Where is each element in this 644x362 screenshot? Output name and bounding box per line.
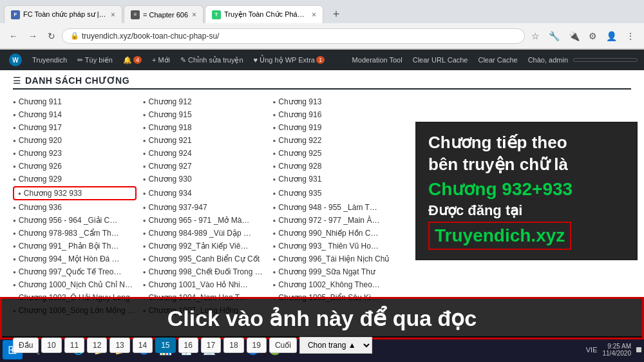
chapter-item[interactable]: ●Chương 930 bbox=[143, 173, 267, 185]
chapter-item[interactable]: ●Chương 992_Tản Kiếp Viêm , Phụ The... bbox=[143, 240, 267, 252]
chapter-item[interactable]: ●Chương 921 bbox=[143, 135, 267, 146]
chapter-item[interactable]: ●Chương 978-983 _Cẩm Thuật - Chiến... bbox=[13, 227, 137, 239]
pagination-last[interactable]: Cuối bbox=[269, 338, 297, 353]
wp-bar-clear-cache[interactable]: Clear Cache bbox=[473, 50, 522, 70]
chapter-item[interactable]: ●Chương 917 bbox=[13, 122, 137, 133]
new-tab-button[interactable]: + bbox=[327, 5, 345, 23]
chapter-item[interactable]: ●Chương 991_ Phản Bội Thần Điền Phá... bbox=[13, 240, 137, 252]
pagination-12[interactable]: 12 bbox=[87, 338, 107, 353]
chapter-item[interactable]: ●Chương 999_Sữa Ngạt Thư bbox=[272, 266, 396, 278]
chapter-item[interactable]: ●Chương 927 bbox=[143, 160, 267, 172]
chapter-item[interactable]: ●Chương 997_Quốc Tế Treo Giải Thưởng... bbox=[13, 266, 137, 278]
wp-bar-support[interactable]: ♥ Ủng hộ WP Extra1 bbox=[249, 50, 330, 70]
pagination-15[interactable]: 15 bbox=[155, 338, 175, 353]
pagination-16[interactable]: 16 bbox=[178, 338, 198, 353]
chapter-item[interactable]: ●Chương 929 bbox=[13, 173, 137, 185]
refresh-button[interactable]: ↻ bbox=[44, 28, 59, 44]
chapter-item[interactable]: ●Chương 914 bbox=[13, 109, 137, 120]
pagination-first[interactable]: Đầu bbox=[13, 338, 39, 353]
wp-bar-new[interactable]: + Mới bbox=[147, 50, 175, 70]
profile-icon[interactable]: 👤 bbox=[602, 28, 621, 44]
chapter-item[interactable]: ●Chương 990_Nhiếp Hồn Cam Bẫy! bbox=[272, 227, 396, 239]
pagination-10[interactable]: 10 bbox=[41, 338, 61, 353]
tab-title-truyendich: Truyện Toàn Chức Pháp Sư (dich... bbox=[224, 10, 308, 19]
chapter-item[interactable]: ●Chương 915 bbox=[143, 109, 267, 120]
chapter-item[interactable]: ●Chương 994_ Một Hòn Đá Hạ Hai Con... bbox=[13, 253, 137, 265]
promo-posted: Được đăng tại bbox=[428, 202, 625, 219]
url-text: truyendich.xyz/book-toan-chuc-phap-su/ bbox=[82, 32, 219, 41]
chapter-item[interactable]: ●Chương 924 bbox=[143, 148, 267, 159]
chapter-item[interactable]: ●Chương 926 bbox=[13, 160, 137, 172]
chapter-item[interactable]: ●Chương 911 bbox=[13, 96, 137, 108]
chapter-item[interactable]: ●Chương 923 bbox=[13, 148, 137, 159]
wp-bar-admin-greeting[interactable]: Chào, admin bbox=[523, 50, 573, 70]
chapter-item[interactable]: ●Chương 931 bbox=[272, 173, 396, 185]
pagination-14[interactable]: 14 bbox=[133, 338, 153, 353]
wp-bar-site-name[interactable]: Truyendich bbox=[27, 50, 72, 70]
tab-close-chapter[interactable]: × bbox=[192, 10, 196, 19]
chapter-item[interactable]: ●Chương 996_Tái Hiện Nịch Chủ bbox=[272, 253, 396, 265]
wp-bar-clear-uri-cache[interactable]: Clear URL Cache bbox=[408, 50, 473, 70]
chapter-item[interactable]: ●Chương 937-947 bbox=[143, 202, 267, 213]
pagination-17[interactable]: 17 bbox=[201, 338, 221, 353]
chapter-item[interactable]: ●Chương 995_Canh Biển Cự Cốt bbox=[143, 253, 267, 265]
chapter-item[interactable]: ●Chương 918 bbox=[143, 122, 267, 133]
forward-button[interactable]: → bbox=[24, 28, 41, 44]
wp-bar-right: Moderation Tool Clear URL Cache Clear Ca… bbox=[347, 50, 640, 70]
wp-admin-bar: W Truyendich ✏ Tùy biến 🔔4 + Mới ✎ Chỉnh… bbox=[0, 50, 644, 70]
wp-logo[interactable]: W bbox=[4, 50, 27, 70]
chapter-item[interactable]: ●Chương 984-989 _Vùi Dập - Âm Sát M... bbox=[143, 227, 267, 239]
wp-bar-edit-story[interactable]: ✎ Chỉnh sửa truyện bbox=[175, 50, 249, 70]
chapter-item[interactable]: ●Chương 925 bbox=[272, 148, 396, 159]
pagination-11[interactable]: 11 bbox=[64, 338, 84, 353]
chapter-item[interactable]: ●Chương 972 - 977 _Main Ăn Hành -... bbox=[272, 214, 396, 226]
tab-truyendich[interactable]: T Truyện Toàn Chức Pháp Sư (dich... × bbox=[205, 5, 323, 23]
taskbar-language: VIE bbox=[586, 346, 598, 354]
promo-title: Chương tiếp theo bên truyện chữ là bbox=[428, 132, 625, 176]
pagination-13[interactable]: 13 bbox=[109, 338, 129, 353]
taskbar-clock: 9:25 AM 11/4/2020 bbox=[603, 343, 632, 357]
chapter-item[interactable]: ●Chương 936 bbox=[13, 202, 137, 213]
chapter-item[interactable]: ●Chương 934 bbox=[143, 186, 267, 200]
chapter-item[interactable]: ●Chương 922 bbox=[272, 135, 396, 146]
pagination: Đầu 10 11 12 13 14 15 16 17 18 19 Cuối C… bbox=[13, 332, 372, 359]
tab-title-chapter: = Chapter 606 bbox=[143, 11, 188, 19]
tab-chapter606[interactable]: ≡ = Chapter 606 × bbox=[124, 5, 204, 23]
pagination-18[interactable]: 18 bbox=[223, 338, 243, 353]
bookmark-icon[interactable]: ☆ bbox=[527, 28, 544, 44]
chapter-item[interactable]: ●Chương 948 - 955 _Làm Tác - Triệu N... bbox=[272, 202, 396, 213]
url-box[interactable]: 🔒 truyendich.xyz/book-toan-chuc-phap-su/ bbox=[62, 28, 525, 44]
extension-icon2[interactable]: 🔌 bbox=[565, 28, 583, 44]
chapter-item[interactable]: ●Chương 916 bbox=[272, 109, 396, 120]
pagination-select[interactable]: Chon trang ▲ bbox=[299, 337, 372, 354]
wp-bar-moderation[interactable]: Moderation Tool bbox=[347, 50, 408, 70]
extension-icon3[interactable]: ⚙ bbox=[585, 28, 601, 44]
back-button[interactable]: ← bbox=[5, 28, 22, 44]
chapter-item[interactable]: ●Chương 1001_Vào Hỏ Nhiệm Vụ... bbox=[143, 279, 267, 291]
chapter-item[interactable]: ●Chương 913 bbox=[272, 96, 396, 108]
menu-icon[interactable]: ⋮ bbox=[622, 28, 639, 44]
chapter-item[interactable]: ●Chương 1002_Không Theo Chúc Nơi... bbox=[272, 279, 396, 291]
tab-facebook[interactable]: F FC Toàn chức pháp sư | Facebook × bbox=[4, 5, 122, 23]
chapter-item[interactable]: ●Chương 965 - 971 _Mở Màn - Chiến B... bbox=[143, 214, 267, 226]
promo-site: Truyendich.xyz bbox=[428, 222, 571, 250]
wp-search-input[interactable] bbox=[573, 58, 638, 62]
pagination-19[interactable]: 19 bbox=[247, 338, 267, 353]
chapter-item-highlighted[interactable]: ●Chương 932 933 bbox=[13, 186, 137, 200]
chapter-item[interactable]: ●Chương 920 bbox=[13, 135, 137, 146]
tab-close-truyendich[interactable]: × bbox=[312, 10, 316, 19]
promo-box[interactable]: Chương tiếp theo bên truyện chữ là Chươn… bbox=[415, 122, 638, 260]
show-desktop-button[interactable] bbox=[636, 347, 641, 352]
chapter-item[interactable]: ●Chương 919 bbox=[272, 122, 396, 133]
tab-close-facebook[interactable]: × bbox=[111, 10, 115, 19]
chapter-item[interactable]: ●Chương 935 bbox=[272, 186, 396, 200]
chapter-item[interactable]: ●Chương 928 bbox=[272, 160, 396, 172]
chapter-item[interactable]: ●Chương 912 bbox=[143, 96, 267, 108]
wp-bar-customize[interactable]: ✏ Tùy biến bbox=[72, 50, 118, 70]
wp-bar-notifications[interactable]: 🔔4 bbox=[118, 50, 147, 70]
chapter-item[interactable]: ●Chương 998_Chết Đuối Trong Máu bbox=[143, 266, 267, 278]
chapter-item[interactable]: ●Chương 993_ Thiên Vũ Hoa Phượng... bbox=[272, 240, 396, 252]
chapter-item[interactable]: ●Chương 956 - 964 _Giải Cứu - Chính P... bbox=[13, 214, 137, 226]
chapter-item[interactable]: ●Chương 1000_Nịch Chủ Chỉ Nhân bbox=[13, 279, 137, 291]
extension-icon1[interactable]: 🔧 bbox=[545, 28, 564, 44]
